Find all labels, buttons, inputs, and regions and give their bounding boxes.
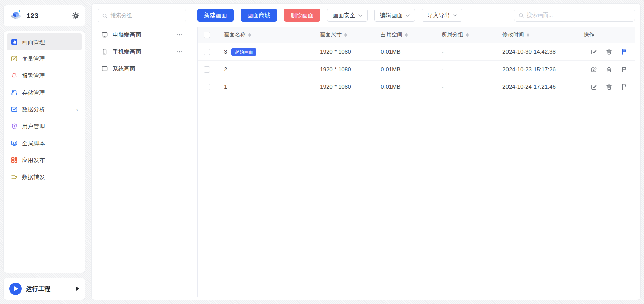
sidebar-item-label: 应用发布 — [22, 156, 45, 164]
screen-size: 1920 * 1080 — [315, 49, 375, 55]
content-area: 新建画面 画面商城 删除画面 画面安全 编辑画面 导入导出 — [192, 4, 640, 300]
sidebar-item-data-analysis[interactable]: 数据分析 › — [7, 101, 82, 118]
group-item-desktop[interactable]: 电脑端画面 — [92, 26, 192, 43]
sort-icon[interactable] — [344, 33, 347, 37]
group-item-system[interactable]: 系统画面 — [92, 60, 192, 77]
column-header-name[interactable]: 画面名称 — [219, 31, 315, 39]
sidebar-menu: 画面管理 变量管理 报警管理 — [3, 31, 85, 273]
screen-search-box — [514, 9, 635, 22]
import-export-dropdown[interactable]: 导入导出 — [422, 9, 462, 22]
trash-icon[interactable] — [605, 66, 613, 73]
chevron-down-icon — [406, 14, 410, 17]
flag-icon[interactable] — [621, 48, 628, 55]
select-all-checkbox[interactable] — [204, 32, 210, 38]
sidebar-item-alarm-management[interactable]: 报警管理 — [7, 67, 82, 84]
screen-space: 0.01MB — [375, 84, 436, 91]
column-header-space[interactable]: 占用空间 — [375, 31, 436, 39]
sidebar-item-label: 变量管理 — [22, 55, 45, 63]
column-header-size[interactable]: 画面尺寸 — [315, 31, 375, 39]
brand-header: 123 — [3, 5, 85, 26]
sidebar-item-label: 全局脚本 — [22, 140, 45, 147]
chevron-right-icon: › — [76, 106, 78, 113]
start-screen-badge: 起始画面 — [231, 48, 256, 56]
screen-name-cell: 3 起始画面 — [219, 48, 315, 56]
table-row[interactable]: 3 起始画面 1920 * 1080 0.01MB - 2024-10-30 1… — [198, 43, 635, 61]
forward-icon — [11, 174, 18, 180]
screen-group: - — [436, 49, 497, 55]
column-label: 占用空间 — [381, 31, 402, 39]
edit-icon[interactable] — [590, 83, 597, 91]
column-label: 修改时间 — [502, 31, 524, 39]
more-icon[interactable] — [176, 51, 183, 53]
analysis-chart-icon — [11, 106, 18, 113]
screen-size: 1920 * 1080 — [315, 84, 375, 91]
triangle-right-icon[interactable] — [76, 287, 79, 291]
screen-mall-button[interactable]: 画面商城 — [241, 9, 277, 22]
sidebar-item-label: 用户管理 — [22, 123, 45, 130]
play-icon[interactable] — [9, 283, 22, 295]
edit-icon[interactable] — [590, 48, 597, 55]
new-screen-button[interactable]: 新建画面 — [197, 9, 234, 22]
sidebar-item-variable-management[interactable]: 变量管理 — [7, 50, 82, 67]
sidebar-item-label: 存储管理 — [22, 89, 45, 97]
screen-search-input[interactable] — [527, 12, 630, 18]
group-search-input[interactable] — [110, 12, 182, 19]
table-header: 画面名称 画面尺寸 占用空间 所属分组 修改时间 — [198, 27, 635, 43]
column-header-group[interactable]: 所属分组 — [436, 31, 497, 39]
sidebar-item-screen-management[interactable]: 画面管理 — [7, 33, 82, 50]
flag-icon[interactable] — [621, 83, 628, 91]
sort-icon[interactable] — [527, 33, 529, 37]
alarm-bell-icon — [11, 72, 18, 79]
sort-icon[interactable] — [405, 33, 408, 37]
table-row[interactable]: 1 1920 * 1080 0.01MB - 2024-10-24 17:21:… — [198, 78, 635, 96]
screen-name: 1 — [224, 84, 227, 91]
search-icon — [518, 12, 524, 18]
user-shield-icon — [11, 123, 18, 130]
desktop-icon — [101, 31, 108, 38]
sidebar-item-app-publish[interactable]: 应用发布 — [7, 152, 82, 169]
system-window-icon — [101, 65, 108, 72]
run-project-label: 运行工程 — [26, 285, 50, 293]
screen-name-cell: 2 — [219, 66, 315, 73]
screen-name: 2 — [224, 66, 227, 73]
sidebar-item-label: 数据转发 — [22, 173, 45, 181]
column-header-modified[interactable]: 修改时间 — [497, 31, 578, 39]
screen-security-dropdown[interactable]: 画面安全 — [327, 9, 368, 22]
edit-icon[interactable] — [590, 66, 597, 73]
screen-modified: 2024-10-30 14:42:38 — [497, 49, 578, 55]
column-label: 操作 — [584, 31, 594, 39]
column-label: 所属分组 — [442, 31, 463, 39]
table-row[interactable]: 2 1920 * 1080 0.01MB - 2024-10-23 15:17:… — [198, 61, 635, 78]
row-checkbox[interactable] — [204, 49, 210, 55]
sidebar: 123 — [3, 5, 85, 300]
project-name: 123 — [27, 12, 39, 20]
dropdown-label: 编辑画面 — [380, 11, 403, 19]
more-icon[interactable] — [176, 34, 183, 36]
gear-icon[interactable] — [72, 12, 80, 20]
sort-icon[interactable] — [466, 33, 469, 37]
sidebar-item-data-forward[interactable]: 数据转发 — [7, 169, 82, 185]
row-actions — [578, 66, 635, 73]
dropdown-label: 导入导出 — [427, 11, 450, 19]
sidebar-item-user-management[interactable]: 用户管理 — [7, 118, 82, 135]
sort-icon[interactable] — [248, 33, 251, 37]
screen-space: 0.01MB — [375, 49, 436, 55]
group-item-label: 手机端画面 — [113, 48, 141, 56]
edit-screen-dropdown[interactable]: 编辑画面 — [374, 9, 415, 22]
row-checkbox[interactable] — [204, 66, 210, 73]
sidebar-item-storage-management[interactable]: 存储管理 — [7, 84, 82, 101]
flag-icon[interactable] — [621, 66, 628, 73]
trash-icon[interactable] — [605, 83, 613, 91]
screens-table: 画面名称 画面尺寸 占用空间 所属分组 修改时间 — [197, 27, 635, 297]
group-item-mobile[interactable]: 手机端画面 — [92, 43, 192, 60]
group-item-label: 系统画面 — [113, 65, 135, 73]
screen-modified: 2024-10-24 17:21:46 — [497, 84, 578, 91]
sidebar-item-global-script[interactable]: 全局脚本 — [7, 135, 82, 152]
delete-screen-button[interactable]: 删除画面 — [284, 9, 320, 22]
trash-icon[interactable] — [605, 48, 613, 55]
screen-name-cell: 1 — [219, 84, 315, 91]
chevron-down-icon — [358, 14, 362, 17]
row-checkbox[interactable] — [204, 84, 210, 90]
cube-logo-icon — [9, 9, 23, 23]
chevron-down-icon — [453, 14, 457, 17]
